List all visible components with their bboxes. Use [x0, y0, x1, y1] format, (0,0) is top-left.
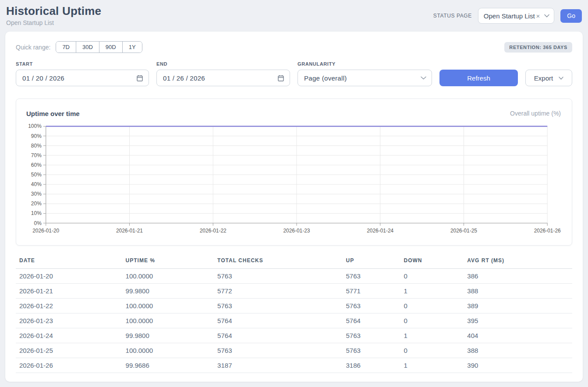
svg-text:2026-01-20: 2026-01-20 — [32, 228, 59, 234]
granularity-select[interactable]: Page (overall) — [298, 70, 432, 86]
table-cell: 1 — [400, 328, 464, 343]
calendar-icon[interactable] — [136, 74, 143, 82]
status-page-label: STATUS PAGE — [433, 13, 472, 19]
svg-text:0%: 0% — [34, 220, 42, 226]
table-cell: 5764 — [342, 313, 400, 328]
end-date-input[interactable]: 01 / 26 / 2026 — [156, 70, 290, 86]
start-date-value: 01 / 20 / 2026 — [22, 74, 64, 82]
uptime-chart-card: Uptime over time Overall uptime (%) 0%10… — [16, 99, 572, 246]
chevron-down-icon — [559, 77, 563, 80]
table-cell: 5771 — [342, 284, 400, 299]
table-cell: 2026-01-22 — [16, 299, 122, 313]
table-cell: 5763 — [342, 328, 400, 343]
svg-text:90%: 90% — [31, 133, 42, 139]
column-header: UP — [342, 256, 400, 269]
end-label: END — [156, 61, 290, 67]
uptime-table: DATEUPTIME %TOTAL CHECKSUPDOWNAVG RT (MS… — [16, 256, 572, 373]
table-cell: 99.9800 — [122, 284, 214, 299]
refresh-button[interactable]: Refresh — [439, 70, 518, 86]
table-cell: 100.0000 — [122, 343, 214, 358]
table-row: 2026-01-25100.0000576357630388 — [16, 343, 572, 358]
column-header: UPTIME % — [122, 256, 214, 269]
page-subtitle: Open Startup List — [6, 19, 101, 26]
table-cell: 5763 — [342, 343, 400, 358]
title-block: Historical Uptime Open Startup List — [6, 4, 101, 26]
table-cell: 395 — [464, 313, 572, 328]
table-cell: 3186 — [342, 358, 400, 373]
quick-range-group: 7D30D90D1Y — [56, 41, 142, 53]
svg-text:2026-01-24: 2026-01-24 — [367, 228, 393, 234]
table-cell: 0 — [400, 313, 464, 328]
svg-text:2026-01-23: 2026-01-23 — [283, 228, 310, 234]
table-cell: 99.9686 — [122, 358, 214, 373]
column-header: DATE — [16, 256, 122, 269]
start-date-field: START 01 / 20 / 2026 — [16, 61, 149, 86]
chevron-down-icon — [421, 76, 426, 80]
end-date-value: 01 / 26 / 2026 — [163, 74, 205, 82]
table-cell: 5772 — [214, 284, 342, 299]
quick-range-row: Quick range: 7D30D90D1Y RETENTION: 365 D… — [16, 41, 572, 53]
table-cell: 1 — [400, 358, 464, 373]
topbar-right: STATUS PAGE Open Startup List × Go — [433, 8, 582, 24]
table-cell: 5764 — [214, 328, 342, 343]
svg-text:2026-01-26: 2026-01-26 — [534, 228, 561, 234]
table-cell: 390 — [464, 358, 572, 373]
table-cell: 389 — [464, 299, 572, 313]
export-button[interactable]: Export — [525, 70, 572, 86]
table-cell: 1 — [400, 284, 464, 299]
go-button[interactable]: Go — [560, 9, 582, 23]
start-date-input[interactable]: 01 / 20 / 2026 — [16, 70, 149, 86]
table-cell: 0 — [400, 269, 464, 284]
quick-range-30d-button[interactable]: 30D — [76, 42, 99, 53]
filters-row: START 01 / 20 / 2026 END 01 / 26 / 2026 — [16, 61, 572, 86]
uptime-line-chart: 0%10%20%30%40%50%60%70%80%90%100%2026-01… — [16, 119, 572, 246]
svg-text:100%: 100% — [28, 123, 42, 129]
table-row: 2026-01-23100.0000576457640395 — [16, 313, 572, 328]
table-row: 2026-01-2699.9686318731861390 — [16, 358, 572, 373]
uptime-chart: 0%10%20%30%40%50%60%70%80%90%100%2026-01… — [16, 119, 572, 246]
retention-badge: RETENTION: 365 DAYS — [504, 42, 572, 53]
column-header: TOTAL CHECKS — [214, 256, 342, 269]
quick-range-90d-button[interactable]: 90D — [99, 42, 122, 53]
main-card: Quick range: 7D30D90D1Y RETENTION: 365 D… — [5, 32, 583, 382]
svg-text:2026-01-22: 2026-01-22 — [200, 228, 227, 234]
page-title: Historical Uptime — [6, 4, 101, 18]
quick-range-1y-button[interactable]: 1Y — [122, 42, 142, 53]
table-cell: 5763 — [214, 343, 342, 358]
chevron-down-icon — [544, 14, 549, 18]
status-page-select[interactable]: Open Startup List × — [478, 8, 555, 24]
clear-selection-icon[interactable]: × — [536, 13, 540, 19]
start-label: START — [16, 61, 149, 67]
granularity-label: GRANULARITY — [298, 61, 432, 67]
granularity-field: GRANULARITY Page (overall) — [298, 61, 432, 86]
column-header: AVG RT (MS) — [464, 256, 572, 269]
table-row: 2026-01-20100.0000576357630386 — [16, 269, 572, 284]
table-cell: 386 — [464, 269, 572, 284]
svg-text:30%: 30% — [31, 191, 42, 197]
svg-text:80%: 80% — [31, 143, 42, 149]
column-header: DOWN — [400, 256, 464, 269]
table-cell: 5763 — [342, 299, 400, 313]
table-cell: 2026-01-25 — [16, 343, 122, 358]
table-cell: 100.0000 — [122, 299, 214, 313]
table-row: 2026-01-22100.0000576357630389 — [16, 299, 572, 313]
table-row: 2026-01-2199.9800577257711388 — [16, 284, 572, 299]
svg-text:2026-01-25: 2026-01-25 — [450, 228, 477, 234]
table-cell: 3187 — [214, 358, 342, 373]
quick-range-7d-button[interactable]: 7D — [56, 42, 76, 53]
table-cell: 0 — [400, 299, 464, 313]
table-header-row: DATEUPTIME %TOTAL CHECKSUPDOWNAVG RT (MS… — [16, 256, 572, 269]
svg-text:70%: 70% — [31, 152, 42, 158]
svg-text:40%: 40% — [31, 181, 42, 187]
chart-title: Uptime over time — [26, 110, 80, 117]
table-cell: 2026-01-21 — [16, 284, 122, 299]
table-cell: 5764 — [214, 313, 342, 328]
table-cell: 388 — [464, 343, 572, 358]
table-cell: 5763 — [342, 269, 400, 284]
quick-range-label: Quick range: — [16, 44, 50, 51]
table-cell: 404 — [464, 328, 572, 343]
status-page-selected-value: Open Startup List — [484, 12, 535, 20]
table-cell: 5763 — [214, 269, 342, 284]
calendar-icon[interactable] — [277, 74, 284, 82]
table-cell: 2026-01-26 — [16, 358, 122, 373]
